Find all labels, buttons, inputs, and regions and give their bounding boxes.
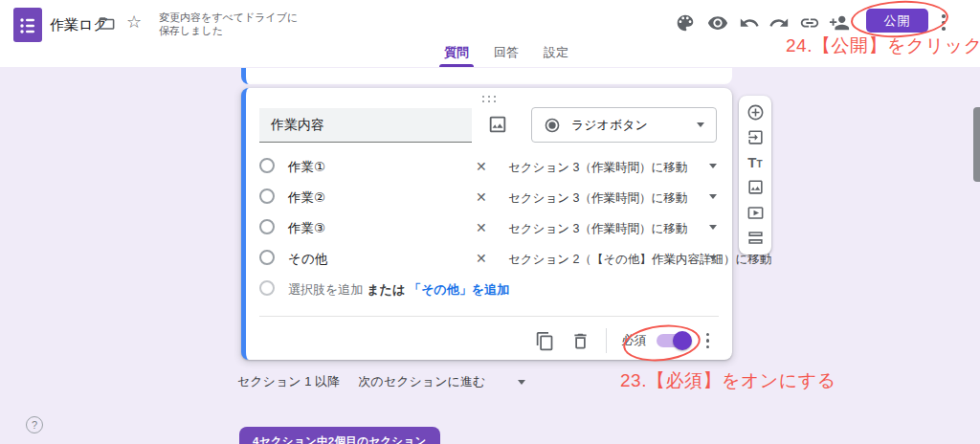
tab-questions[interactable]: 質問 [439, 38, 474, 67]
add-option-button[interactable]: 選択肢を追加 [288, 282, 363, 297]
add-section-icon[interactable] [746, 229, 765, 247]
forms-logo-icon[interactable] [13, 8, 42, 42]
option-radio-icon [259, 250, 275, 265]
tab-settings[interactable]: 設定 [539, 38, 573, 67]
add-image-to-question-icon[interactable] [487, 114, 508, 135]
toggle-knob [673, 331, 692, 350]
routing-prefix: セクション 1 以降 [237, 374, 340, 388]
redo-icon[interactable] [768, 12, 790, 33]
option-list: 作業① ✕ セクション 3（作業時間）に移動 作業② ✕ セクション 3（作業時… [246, 151, 732, 304]
question-card: 作業内容 ラジオボタン 作業① ✕ セクション 3（作業時間）に移動 作業② ✕… [241, 88, 732, 360]
route-caret-icon[interactable] [709, 255, 717, 260]
required-toggle[interactable] [657, 334, 689, 347]
copy-link-icon[interactable] [799, 12, 820, 33]
option-route-dropdown[interactable]: セクション 3（作業時間）に移動 [508, 160, 687, 176]
option-row: その他 ✕ セクション 2（【その他】作業内容詳細）に移動 [246, 243, 732, 274]
option-row: 作業③ ✕ セクション 3（作業時間）に移動 [246, 212, 732, 243]
option-route-dropdown[interactable]: セクション 3（作業時間）に移動 [508, 221, 687, 237]
footer-divider [606, 328, 607, 353]
route-caret-icon[interactable] [709, 164, 717, 168]
question-more-options-icon[interactable] [706, 333, 710, 349]
card-footer-toolbar: 必須 [246, 322, 732, 360]
duplicate-question-icon[interactable] [535, 331, 555, 351]
option-radio-icon [259, 280, 275, 296]
help-icon[interactable]: ? [26, 416, 43, 433]
option-radio-icon [259, 219, 275, 234]
option-route-dropdown[interactable]: セクション 2（【その他】作業内容詳細）に移動 [508, 252, 771, 268]
route-caret-icon[interactable] [709, 225, 717, 230]
question-type-dropdown[interactable]: ラジオボタン [531, 107, 717, 143]
previous-card-stub[interactable] [241, 68, 732, 84]
preview-eye-icon[interactable] [707, 12, 728, 33]
scrollbar-thumb[interactable] [973, 107, 980, 182]
dropdown-caret-icon [697, 122, 704, 127]
more-menu-icon[interactable] [942, 14, 946, 31]
save-status: 変更内容をすべてドライブに 保存しました [159, 11, 298, 37]
or-label: または [367, 282, 405, 297]
remove-option-icon[interactable]: ✕ [476, 189, 487, 206]
add-option-row: 選択肢を追加または「その他」を追加 [246, 274, 732, 304]
card-divider [259, 316, 719, 317]
section-routing-row[interactable]: セクション 1 以降 次のセクションに進む [237, 373, 735, 392]
app-header: 作業ログ ☆ 変更内容をすべてドライブに 保存しました 公開 質問 回答 設定 [0, 0, 980, 67]
section-position-badge: 4セクション中2個目のセクション [239, 427, 440, 444]
import-questions-icon[interactable] [746, 128, 765, 146]
view-tabs: 質問 回答 設定 [439, 38, 573, 67]
option-radio-icon [259, 158, 275, 173]
add-question-icon[interactable] [746, 103, 765, 122]
tab-responses[interactable]: 回答 [489, 38, 523, 67]
radio-checked-icon [544, 117, 561, 134]
delete-question-icon[interactable] [570, 331, 590, 351]
theme-palette-icon[interactable] [675, 12, 696, 33]
option-route-dropdown[interactable]: セクション 3（作業時間）に移動 [508, 190, 687, 207]
option-row: 作業① ✕ セクション 3（作業時間）に移動 [246, 151, 732, 182]
option-radio-icon [259, 189, 275, 204]
required-label: 必須 [622, 332, 647, 349]
routing-caret-icon[interactable] [518, 380, 525, 385]
undo-icon[interactable] [739, 12, 760, 33]
drag-handle[interactable] [481, 95, 497, 103]
route-caret-icon[interactable] [709, 194, 717, 199]
option-row: 作業② ✕ セクション 3（作業時間）に移動 [246, 182, 732, 212]
add-other-link[interactable]: 「その他」を追加 [409, 282, 509, 297]
question-type-label: ラジオボタン [571, 117, 648, 134]
remove-option-icon[interactable]: ✕ [476, 250, 487, 267]
move-folder-icon[interactable] [98, 14, 116, 33]
add-collaborator-icon[interactable] [829, 12, 850, 33]
add-image-icon[interactable] [746, 178, 765, 196]
question-title-input[interactable]: 作業内容 [259, 108, 472, 143]
insert-toolbar: TT [739, 96, 771, 255]
add-video-icon[interactable] [746, 204, 765, 222]
publish-button[interactable]: 公開 [866, 9, 928, 33]
remove-option-icon[interactable]: ✕ [476, 219, 487, 236]
routing-value[interactable]: 次のセクションに進む [359, 374, 485, 388]
star-icon[interactable]: ☆ [126, 11, 142, 33]
add-title-description-icon[interactable]: TT [747, 154, 762, 170]
remove-option-icon[interactable]: ✕ [476, 158, 487, 175]
